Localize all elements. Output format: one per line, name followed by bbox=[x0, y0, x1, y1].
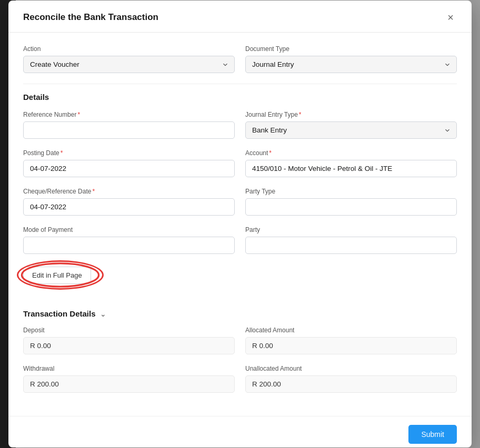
party-label: Party bbox=[245, 226, 457, 233]
modal-footer: Submit bbox=[8, 416, 472, 447]
action-label: Action bbox=[23, 45, 235, 53]
action-field-group: Action Create Voucher Return Cancel bbox=[23, 45, 235, 73]
deposit-value: R 0.00 bbox=[23, 337, 235, 354]
required-star-pd: * bbox=[61, 149, 63, 157]
account-group: Account * bbox=[245, 149, 457, 177]
party-type-group: Party Type bbox=[245, 188, 457, 216]
party-type-input[interactable] bbox=[245, 198, 457, 216]
required-star-acc: * bbox=[269, 149, 272, 157]
document-type-field-group: Document Type Journal Entry Purchase Inv… bbox=[245, 45, 457, 73]
reference-number-input[interactable] bbox=[23, 121, 235, 139]
unallocated-amount-group: Unallocated Amount R 200.00 bbox=[245, 365, 457, 393]
transaction-section-header: Transaction Details ⌄ bbox=[23, 309, 457, 318]
party-group: Party bbox=[245, 226, 457, 254]
close-button[interactable]: × bbox=[444, 11, 457, 24]
unallocated-amount-label: Unallocated Amount bbox=[245, 365, 457, 372]
document-type-select[interactable]: Journal Entry Purchase Invoice Sales Inv… bbox=[245, 56, 457, 73]
cheque-party-type-row: Cheque/Reference Date * Party Type bbox=[23, 188, 457, 216]
action-document-row: Action Create Voucher Return Cancel Docu… bbox=[23, 45, 457, 73]
account-input[interactable] bbox=[245, 160, 457, 177]
required-star-ref: * bbox=[77, 111, 80, 118]
mode-party-row: Mode of Payment Party bbox=[23, 226, 457, 254]
withdrawal-group: Withdrawal R 200.00 bbox=[23, 365, 235, 393]
mode-of-payment-input[interactable] bbox=[23, 237, 235, 254]
cheque-date-group: Cheque/Reference Date * bbox=[23, 188, 235, 216]
account-label: Account * bbox=[245, 149, 457, 157]
cheque-date-input[interactable] bbox=[23, 198, 235, 216]
reference-number-label: Reference Number * bbox=[23, 111, 235, 118]
action-select[interactable]: Create Voucher Return Cancel bbox=[23, 56, 235, 73]
deposit-label: Deposit bbox=[23, 327, 235, 334]
deposit-allocated-row: Deposit R 0.00 Allocated Amount R 0.00 bbox=[23, 327, 457, 354]
allocated-amount-group: Allocated Amount R 0.00 bbox=[245, 327, 457, 354]
modal-container: Reconcile the Bank Transaction × Action … bbox=[8, 1, 472, 447]
withdrawal-value: R 200.00 bbox=[23, 375, 235, 393]
deposit-group: Deposit R 0.00 bbox=[23, 327, 235, 354]
party-input[interactable] bbox=[245, 237, 457, 254]
required-star-jet: * bbox=[299, 111, 302, 118]
submit-button[interactable]: Submit bbox=[408, 425, 457, 444]
posting-date-input[interactable] bbox=[23, 160, 235, 177]
unallocated-amount-value: R 200.00 bbox=[245, 375, 457, 393]
cheque-date-label: Cheque/Reference Date * bbox=[23, 188, 235, 195]
modal-body: Action Create Voucher Return Cancel Docu… bbox=[8, 33, 472, 416]
mode-of-payment-group: Mode of Payment bbox=[23, 226, 235, 254]
modal-overlay: Reconcile the Bank Transaction × Action … bbox=[0, 0, 480, 448]
chevron-up-icon[interactable]: ⌄ bbox=[100, 310, 106, 318]
journal-entry-type-label: Journal Entry Type * bbox=[245, 111, 457, 118]
reference-number-group: Reference Number * bbox=[23, 111, 235, 139]
journal-entry-type-select[interactable]: Bank Entry Cash Entry Credit Card Entry bbox=[245, 121, 457, 139]
journal-entry-type-group: Journal Entry Type * Bank Entry Cash Ent… bbox=[245, 111, 457, 139]
transaction-details-section: Transaction Details ⌄ Deposit R 0.00 All… bbox=[23, 309, 457, 393]
mode-of-payment-label: Mode of Payment bbox=[23, 226, 235, 233]
details-section: Details Reference Number * Journal Entry… bbox=[23, 93, 457, 254]
posting-date-group: Posting Date * bbox=[23, 149, 235, 177]
allocated-amount-value: R 0.00 bbox=[245, 337, 457, 354]
withdrawal-label: Withdrawal bbox=[23, 365, 235, 372]
modal-header: Reconcile the Bank Transaction × bbox=[8, 1, 472, 33]
transaction-section-title: Transaction Details bbox=[23, 309, 96, 318]
document-type-label: Document Type bbox=[245, 45, 457, 53]
allocated-amount-label: Allocated Amount bbox=[245, 327, 457, 334]
divider-1 bbox=[23, 84, 457, 84]
required-star-cd: * bbox=[92, 188, 95, 195]
edit-full-page-wrapper: Edit in Full Page bbox=[23, 264, 91, 297]
modal-title: Reconcile the Bank Transaction bbox=[23, 12, 158, 23]
posting-date-label: Posting Date * bbox=[23, 149, 235, 157]
party-type-label: Party Type bbox=[245, 188, 457, 195]
posting-account-row: Posting Date * Account * bbox=[23, 149, 457, 177]
withdrawal-unallocated-row: Withdrawal R 200.00 Unallocated Amount R… bbox=[23, 365, 457, 393]
edit-full-page-button[interactable]: Edit in Full Page bbox=[23, 267, 91, 284]
details-title: Details bbox=[23, 93, 457, 101]
ref-journal-row: Reference Number * Journal Entry Type * … bbox=[23, 111, 457, 139]
